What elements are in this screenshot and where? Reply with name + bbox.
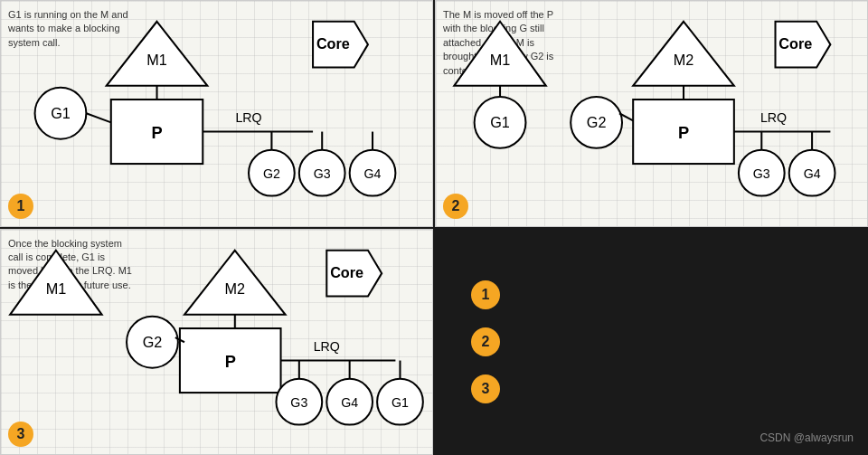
svg-text:M1: M1 <box>46 280 67 297</box>
panel-1-number: 1 <box>8 194 33 219</box>
svg-text:Core: Core <box>778 35 812 52</box>
svg-text:M2: M2 <box>674 52 694 68</box>
svg-text:G2: G2 <box>263 166 280 181</box>
svg-line-17 <box>86 113 110 122</box>
svg-text:G4: G4 <box>341 395 358 410</box>
svg-text:G1: G1 <box>392 395 409 410</box>
svg-text:P: P <box>225 351 236 370</box>
svg-text:G4: G4 <box>804 166 821 181</box>
svg-text:LRQ: LRQ <box>235 110 261 125</box>
svg-text:Core: Core <box>316 35 350 52</box>
svg-text:G2: G2 <box>143 334 163 350</box>
svg-text:G2: G2 <box>587 114 607 130</box>
svg-text:LRQ: LRQ <box>314 339 340 354</box>
svg-text:M2: M2 <box>225 280 246 297</box>
panel-3-diagram: Core M1 M2 G2 P LRQ G3 <box>1 230 432 455</box>
panel-1-diagram: Core M1 G1 P LRQ G2 G3 <box>1 1 432 226</box>
svg-text:LRQ: LRQ <box>760 110 787 125</box>
svg-text:G3: G3 <box>290 395 307 410</box>
main-container: G1 is running on the M and wants to make… <box>0 0 868 455</box>
circle-3: 3 <box>471 374 500 403</box>
svg-text:Core: Core <box>330 264 363 280</box>
panel-2-number: 2 <box>443 194 468 219</box>
panel-2-diagram: Core M2 M1 G1 G2 P LRQ <box>436 1 867 226</box>
svg-text:G3: G3 <box>753 166 770 181</box>
svg-text:P: P <box>678 123 689 142</box>
svg-text:G1: G1 <box>51 105 71 121</box>
panel-3: Once the blocking system call is complet… <box>0 229 433 456</box>
panel-1: G1 is running on the M and wants to make… <box>0 0 433 227</box>
circle-2: 2 <box>471 327 500 356</box>
circle-1: 1 <box>471 280 500 309</box>
panel-2: The M is moved off the P with the blocki… <box>435 0 868 227</box>
svg-text:M1: M1 <box>490 52 511 68</box>
right-bottom-panel: 1 2 3 CSDN @alwaysrun <box>435 229 868 456</box>
svg-text:G1: G1 <box>490 114 510 130</box>
panel-3-number: 3 <box>8 422 33 447</box>
svg-text:G4: G4 <box>364 166 382 181</box>
svg-text:G3: G3 <box>314 166 331 181</box>
svg-text:P: P <box>151 123 162 142</box>
svg-text:M1: M1 <box>146 52 167 68</box>
watermark: CSDN @alwaysrun <box>760 431 854 444</box>
